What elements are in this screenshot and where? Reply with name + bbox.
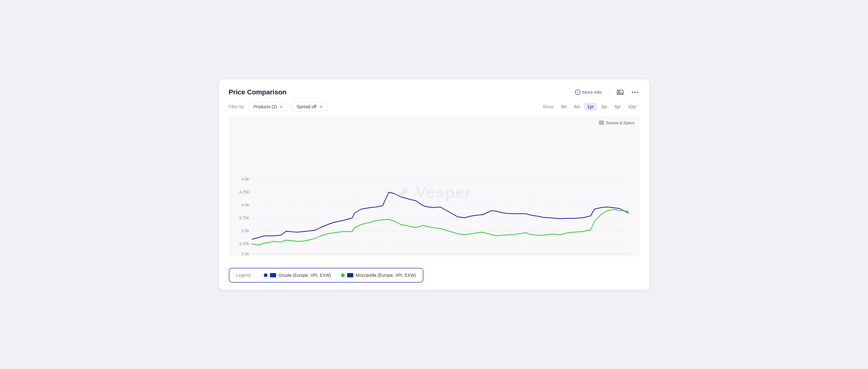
svg-point-4 [618,91,620,92]
divider [610,89,610,96]
time-btn-3m[interactable]: 3m [557,103,569,111]
svg-text:3.25K: 3.25K [239,241,249,246]
time-btn-3yr[interactable]: 3yr [598,103,610,111]
legend-container: Legend: 🇪🇺 Gouda (Europe, VPI, EXW) 🇪🇺 M… [229,262,640,283]
filters-row: Filter by: Products (2) Spread off Show:… [229,102,640,111]
gouda-label: Gouda (Europe, VPI, EXW) [279,273,331,278]
svg-text:Dec '23: Dec '23 [382,256,395,256]
svg-point-5 [631,91,633,93]
svg-text:Sep '23: Sep '23 [280,256,292,256]
info-icon [575,90,581,95]
more-options-button[interactable] [630,90,640,94]
svg-text:Aug '23: Aug '23 [246,256,258,256]
legend-label: Legend: [236,273,252,278]
svg-text:Oct '23: Oct '23 [314,256,326,256]
svg-text:Jun '24: Jun '24 [589,256,600,256]
svg-text:3.75K: 3.75K [239,215,249,220]
mozzarella-flag: 🇪🇺 [347,273,353,277]
price-comparison-card: Price Comparison More info [219,79,649,290]
svg-text:Mar '24: Mar '24 [486,256,497,256]
gouda-dot [264,273,268,277]
spread-dropdown[interactable]: Spread off [292,102,328,111]
chart-wrapper: ⬈ Vesper 3.25K 3.5K 3.75K 4.0K [234,128,634,257]
time-btn-10yr[interactable]: 10yr [625,103,639,111]
svg-point-7 [637,91,638,93]
time-btn-5yr[interactable]: 5yr [612,103,624,111]
products-dropdown[interactable]: Products (2) [249,102,288,111]
card-header: Price Comparison More info [229,88,640,97]
page-title: Price Comparison [229,88,286,96]
svg-text:Nov '23: Nov '23 [348,256,361,256]
image-icon [617,89,624,95]
filter-by-label: Filter by: [229,104,245,109]
legend-item-gouda: 🇪🇺 Gouda (Europe, VPI, EXW) [264,273,331,278]
products-dropdown-label: Products (2) [253,104,277,109]
ellipsis-icon [631,91,638,93]
time-btn-6m[interactable]: 6m [571,103,583,111]
time-btn-1yr[interactable]: 1yr [584,103,597,111]
svg-rect-8 [599,121,603,125]
header-actions: More info [572,88,640,97]
show-label: Show: [543,104,555,109]
svg-text:Jul '24: Jul '24 [623,256,634,256]
mozzarella-dot [341,273,345,277]
svg-text:3.5K: 3.5K [241,228,249,233]
source-specs-button[interactable]: Source & Specs [234,121,634,125]
image-button[interactable] [616,88,625,97]
svg-text:Jan '24: Jan '24 [417,256,429,256]
legend-item-mozzarella: 🇪🇺 Mozzarella (Europe, VPI, EXW) [341,273,416,278]
show-row: Show: 3m 6m 1yr 3yr 5yr 10yr [543,103,640,111]
svg-text:4.0K: 4.0K [241,202,249,207]
more-info-label: More info [582,90,602,95]
chart-svg: 3.25K 3.5K 3.75K 4.0K 4.25K 4.5K 3.0K Au… [234,128,634,257]
chevron-down-icon [279,104,283,109]
filters-left: Filter by: Products (2) Spread off [229,102,328,111]
source-specs-label: Source & Specs [606,121,634,125]
table-icon [599,121,604,125]
more-info-button[interactable]: More info [572,88,604,96]
spread-dropdown-label: Spread off [297,104,316,109]
chevron-down-icon-2 [319,104,323,109]
svg-text:May '24: May '24 [554,256,566,256]
gouda-flag: 🇪🇺 [270,273,276,277]
svg-text:4.5K: 4.5K [241,177,249,181]
chart-section: Source & Specs ⬈ Vesper 3.25K 3. [229,116,640,257]
mozzarella-label: Mozzarella (Europe, VPI, EXW) [356,273,416,278]
svg-point-6 [634,91,635,93]
svg-text:3.0K: 3.0K [241,251,249,256]
svg-text:4.25K: 4.25K [239,189,249,194]
svg-text:Apr '24: Apr '24 [520,256,532,256]
svg-text:Feb '24: Feb '24 [452,256,463,256]
legend-box: Legend: 🇪🇺 Gouda (Europe, VPI, EXW) 🇪🇺 M… [229,268,424,283]
svg-point-2 [578,91,578,91]
